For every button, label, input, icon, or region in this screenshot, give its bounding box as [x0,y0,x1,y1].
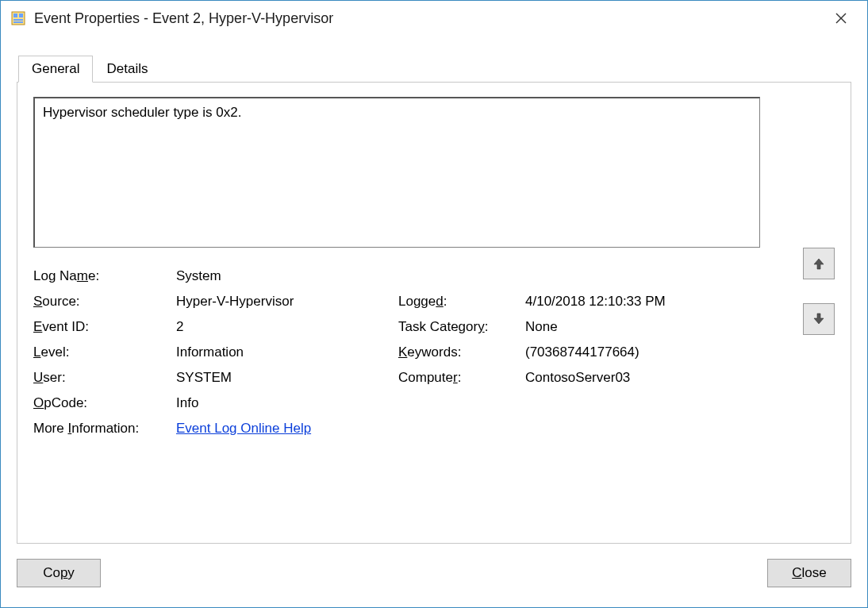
event-viewer-icon [10,10,26,26]
value-computer: ContosoServer03 [525,370,732,386]
tab-general[interactable]: General [18,56,93,83]
event-description-text: Hypervisor scheduler type is 0x2. [43,105,241,120]
svg-rect-2 [19,13,23,17]
event-fields: Log Name: System Source: Hyper-V-Hypervi… [33,268,787,437]
close-button[interactable]: Close [767,559,851,587]
event-properties-window: Event Properties - Event 2, Hyper-V-Hype… [0,0,868,608]
label-level: Level: [33,344,176,360]
copy-button[interactable]: Copy [17,559,101,587]
arrow-down-icon [812,312,826,326]
value-logged: 4/10/2018 12:10:33 PM [525,294,732,310]
arrow-up-icon [812,256,826,271]
label-logged: Logged: [398,294,525,310]
label-task-category: Task Category: [398,319,525,335]
window-title: Event Properties - Event 2, Hyper-V-Hype… [34,10,823,27]
link-event-log-online-help[interactable]: Event Log Online Help [176,421,311,436]
titlebar: Event Properties - Event 2, Hyper-V-Hype… [1,1,867,36]
close-window-button[interactable] [823,6,859,30]
value-event-id: 2 [176,319,398,335]
value-opcode: Info [176,395,398,411]
tab-panel-general: Hypervisor scheduler type is 0x2. Log Na… [17,82,851,544]
label-source: Source: [33,294,176,310]
label-computer: Computer: [398,370,525,386]
value-log-name: System [176,268,398,284]
value-level: Information [176,344,398,360]
panel-main: Hypervisor scheduler type is 0x2. Log Na… [33,97,787,529]
svg-rect-3 [13,19,23,21]
value-source: Hyper-V-Hypervisor [176,294,398,310]
svg-rect-1 [13,13,17,17]
panel-side [787,97,835,529]
event-description-textbox[interactable]: Hypervisor scheduler type is 0x2. [33,97,760,248]
client-area: General Details Hypervisor scheduler typ… [1,36,867,607]
next-event-button[interactable] [803,303,835,335]
label-more-information: More Information: [33,421,176,437]
value-keywords: (70368744177664) [525,344,732,360]
tab-details[interactable]: Details [93,56,161,83]
tabstrip: General Details [18,52,851,82]
dialog-footer: Copy Close [17,544,851,591]
label-keywords: Keywords: [398,344,525,360]
value-task-category: None [525,319,732,335]
previous-event-button[interactable] [803,248,835,279]
value-user: SYSTEM [176,370,398,386]
svg-rect-4 [13,21,23,23]
label-event-id: Event ID: [33,319,176,335]
label-log-name: Log Name: [33,268,176,284]
label-user: User: [33,370,176,386]
label-opcode: OpCode: [33,395,176,411]
